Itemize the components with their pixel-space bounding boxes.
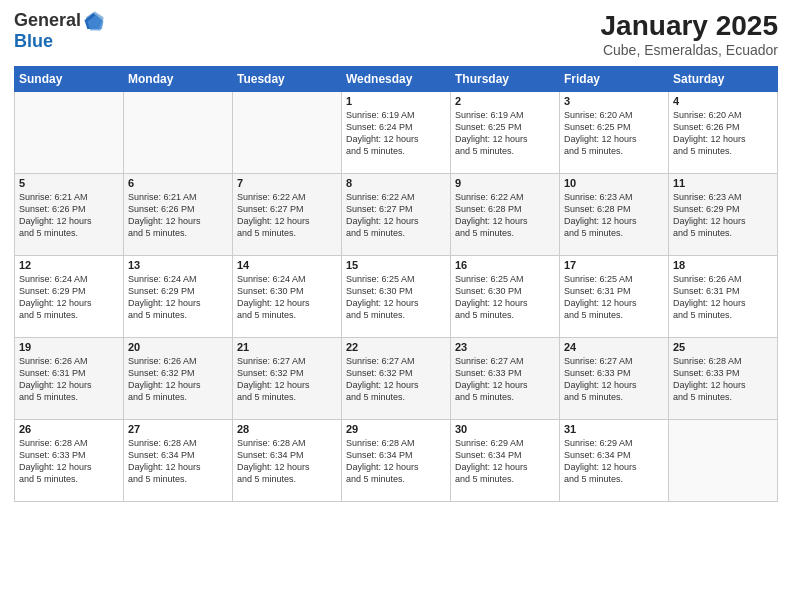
cal-title: January 2025 [601, 10, 778, 42]
cal-subtitle: Cube, Esmeraldas, Ecuador [601, 42, 778, 58]
day-info: Sunrise: 6:24 AMSunset: 6:29 PMDaylight:… [19, 273, 119, 322]
logo-icon [83, 10, 105, 32]
table-row: 17Sunrise: 6:25 AMSunset: 6:31 PMDayligh… [560, 256, 669, 338]
day-number: 2 [455, 95, 555, 107]
day-info: Sunrise: 6:29 AMSunset: 6:34 PMDaylight:… [455, 437, 555, 486]
table-row: 23Sunrise: 6:27 AMSunset: 6:33 PMDayligh… [451, 338, 560, 420]
day-info: Sunrise: 6:25 AMSunset: 6:31 PMDaylight:… [564, 273, 664, 322]
day-number: 19 [19, 341, 119, 353]
day-info: Sunrise: 6:24 AMSunset: 6:30 PMDaylight:… [237, 273, 337, 322]
day-number: 21 [237, 341, 337, 353]
header-saturday: Saturday [669, 67, 778, 92]
header-monday: Monday [124, 67, 233, 92]
table-row: 8Sunrise: 6:22 AMSunset: 6:27 PMDaylight… [342, 174, 451, 256]
header-thursday: Thursday [451, 67, 560, 92]
day-info: Sunrise: 6:20 AMSunset: 6:26 PMDaylight:… [673, 109, 773, 158]
table-row: 13Sunrise: 6:24 AMSunset: 6:29 PMDayligh… [124, 256, 233, 338]
day-number: 5 [19, 177, 119, 189]
day-number: 24 [564, 341, 664, 353]
day-info: Sunrise: 6:27 AMSunset: 6:32 PMDaylight:… [346, 355, 446, 404]
day-number: 27 [128, 423, 228, 435]
day-info: Sunrise: 6:19 AMSunset: 6:24 PMDaylight:… [346, 109, 446, 158]
day-number: 20 [128, 341, 228, 353]
day-info: Sunrise: 6:28 AMSunset: 6:33 PMDaylight:… [19, 437, 119, 486]
day-number: 17 [564, 259, 664, 271]
day-info: Sunrise: 6:22 AMSunset: 6:28 PMDaylight:… [455, 191, 555, 240]
table-row: 3Sunrise: 6:20 AMSunset: 6:25 PMDaylight… [560, 92, 669, 174]
header: General Blue January 2025 Cube, Esmerald… [14, 10, 778, 58]
day-info: Sunrise: 6:25 AMSunset: 6:30 PMDaylight:… [455, 273, 555, 322]
day-number: 22 [346, 341, 446, 353]
table-row: 19Sunrise: 6:26 AMSunset: 6:31 PMDayligh… [15, 338, 124, 420]
day-info: Sunrise: 6:22 AMSunset: 6:27 PMDaylight:… [346, 191, 446, 240]
table-row: 27Sunrise: 6:28 AMSunset: 6:34 PMDayligh… [124, 420, 233, 502]
day-number: 13 [128, 259, 228, 271]
day-number: 6 [128, 177, 228, 189]
calendar-week-row: 19Sunrise: 6:26 AMSunset: 6:31 PMDayligh… [15, 338, 778, 420]
table-row: 4Sunrise: 6:20 AMSunset: 6:26 PMDaylight… [669, 92, 778, 174]
table-row [124, 92, 233, 174]
day-info: Sunrise: 6:28 AMSunset: 6:33 PMDaylight:… [673, 355, 773, 404]
logo-general: General [14, 11, 81, 31]
day-number: 1 [346, 95, 446, 107]
day-info: Sunrise: 6:27 AMSunset: 6:33 PMDaylight:… [564, 355, 664, 404]
day-number: 9 [455, 177, 555, 189]
day-info: Sunrise: 6:26 AMSunset: 6:32 PMDaylight:… [128, 355, 228, 404]
day-number: 15 [346, 259, 446, 271]
header-sunday: Sunday [15, 67, 124, 92]
day-number: 23 [455, 341, 555, 353]
day-info: Sunrise: 6:26 AMSunset: 6:31 PMDaylight:… [19, 355, 119, 404]
page: General Blue January 2025 Cube, Esmerald… [0, 0, 792, 612]
header-wednesday: Wednesday [342, 67, 451, 92]
table-row: 22Sunrise: 6:27 AMSunset: 6:32 PMDayligh… [342, 338, 451, 420]
calendar-table: Sunday Monday Tuesday Wednesday Thursday… [14, 66, 778, 502]
calendar-week-row: 26Sunrise: 6:28 AMSunset: 6:33 PMDayligh… [15, 420, 778, 502]
table-row: 28Sunrise: 6:28 AMSunset: 6:34 PMDayligh… [233, 420, 342, 502]
table-row: 25Sunrise: 6:28 AMSunset: 6:33 PMDayligh… [669, 338, 778, 420]
table-row: 21Sunrise: 6:27 AMSunset: 6:32 PMDayligh… [233, 338, 342, 420]
weekday-header-row: Sunday Monday Tuesday Wednesday Thursday… [15, 67, 778, 92]
table-row: 5Sunrise: 6:21 AMSunset: 6:26 PMDaylight… [15, 174, 124, 256]
table-row: 1Sunrise: 6:19 AMSunset: 6:24 PMDaylight… [342, 92, 451, 174]
table-row: 26Sunrise: 6:28 AMSunset: 6:33 PMDayligh… [15, 420, 124, 502]
header-tuesday: Tuesday [233, 67, 342, 92]
logo-blue: Blue [14, 31, 53, 51]
table-row: 18Sunrise: 6:26 AMSunset: 6:31 PMDayligh… [669, 256, 778, 338]
day-info: Sunrise: 6:24 AMSunset: 6:29 PMDaylight:… [128, 273, 228, 322]
day-number: 26 [19, 423, 119, 435]
day-number: 3 [564, 95, 664, 107]
day-number: 25 [673, 341, 773, 353]
day-info: Sunrise: 6:25 AMSunset: 6:30 PMDaylight:… [346, 273, 446, 322]
table-row: 31Sunrise: 6:29 AMSunset: 6:34 PMDayligh… [560, 420, 669, 502]
day-info: Sunrise: 6:22 AMSunset: 6:27 PMDaylight:… [237, 191, 337, 240]
day-info: Sunrise: 6:28 AMSunset: 6:34 PMDaylight:… [346, 437, 446, 486]
table-row: 16Sunrise: 6:25 AMSunset: 6:30 PMDayligh… [451, 256, 560, 338]
table-row: 29Sunrise: 6:28 AMSunset: 6:34 PMDayligh… [342, 420, 451, 502]
day-number: 4 [673, 95, 773, 107]
day-info: Sunrise: 6:20 AMSunset: 6:25 PMDaylight:… [564, 109, 664, 158]
day-info: Sunrise: 6:23 AMSunset: 6:29 PMDaylight:… [673, 191, 773, 240]
day-info: Sunrise: 6:23 AMSunset: 6:28 PMDaylight:… [564, 191, 664, 240]
day-number: 16 [455, 259, 555, 271]
table-row: 9Sunrise: 6:22 AMSunset: 6:28 PMDaylight… [451, 174, 560, 256]
day-number: 7 [237, 177, 337, 189]
table-row [233, 92, 342, 174]
day-number: 8 [346, 177, 446, 189]
table-row: 10Sunrise: 6:23 AMSunset: 6:28 PMDayligh… [560, 174, 669, 256]
day-number: 12 [19, 259, 119, 271]
table-row: 6Sunrise: 6:21 AMSunset: 6:26 PMDaylight… [124, 174, 233, 256]
day-info: Sunrise: 6:27 AMSunset: 6:32 PMDaylight:… [237, 355, 337, 404]
day-info: Sunrise: 6:26 AMSunset: 6:31 PMDaylight:… [673, 273, 773, 322]
table-row: 2Sunrise: 6:19 AMSunset: 6:25 PMDaylight… [451, 92, 560, 174]
calendar-week-row: 5Sunrise: 6:21 AMSunset: 6:26 PMDaylight… [15, 174, 778, 256]
day-number: 28 [237, 423, 337, 435]
logo: General Blue [14, 10, 105, 52]
table-row: 24Sunrise: 6:27 AMSunset: 6:33 PMDayligh… [560, 338, 669, 420]
table-row: 7Sunrise: 6:22 AMSunset: 6:27 PMDaylight… [233, 174, 342, 256]
table-row: 20Sunrise: 6:26 AMSunset: 6:32 PMDayligh… [124, 338, 233, 420]
header-friday: Friday [560, 67, 669, 92]
day-number: 18 [673, 259, 773, 271]
day-info: Sunrise: 6:19 AMSunset: 6:25 PMDaylight:… [455, 109, 555, 158]
day-number: 30 [455, 423, 555, 435]
calendar-week-row: 1Sunrise: 6:19 AMSunset: 6:24 PMDaylight… [15, 92, 778, 174]
